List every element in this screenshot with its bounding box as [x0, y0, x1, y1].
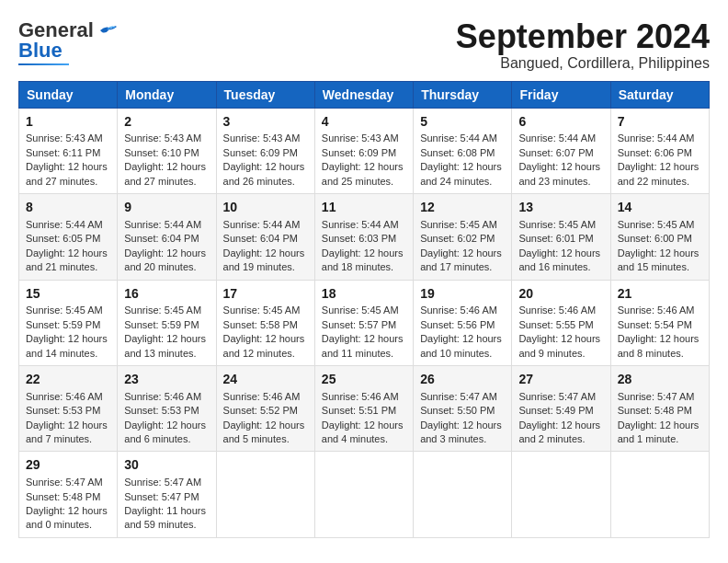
table-row: 28Sunrise: 5:47 AMSunset: 5:48 PMDayligh…: [610, 365, 709, 451]
day-number: 11: [322, 199, 406, 216]
table-row: 7Sunrise: 5:44 AMSunset: 6:06 PMDaylight…: [610, 108, 709, 193]
logo: General Blue: [18, 18, 119, 65]
day-info: Sunrise: 5:45 AMSunset: 6:00 PMDaylight:…: [618, 219, 700, 272]
day-number: 15: [26, 285, 110, 303]
calendar-week-row: 29Sunrise: 5:47 AMSunset: 5:48 PMDayligh…: [19, 452, 710, 537]
day-number: 5: [420, 113, 505, 131]
day-number: 20: [518, 285, 603, 303]
day-number: 17: [223, 285, 308, 303]
day-number: 16: [124, 285, 209, 303]
table-row: [610, 452, 709, 537]
table-row: 16Sunrise: 5:45 AMSunset: 5:59 PMDayligh…: [118, 280, 216, 365]
day-info: Sunrise: 5:43 AMSunset: 6:11 PMDaylight:…: [26, 132, 108, 186]
day-info: Sunrise: 5:43 AMSunset: 6:09 PMDaylight:…: [322, 132, 404, 186]
table-row: 3Sunrise: 5:43 AMSunset: 6:09 PMDaylight…: [216, 108, 314, 193]
day-number: 25: [322, 371, 406, 388]
table-row: 15Sunrise: 5:45 AMSunset: 5:59 PMDayligh…: [19, 280, 118, 365]
day-info: Sunrise: 5:45 AMSunset: 6:01 PMDaylight:…: [518, 219, 600, 272]
day-info: Sunrise: 5:47 AMSunset: 5:48 PMDaylight:…: [26, 477, 108, 530]
day-number: 19: [420, 285, 505, 303]
day-number: 22: [26, 371, 110, 388]
calendar-header-row: Sunday Monday Tuesday Wednesday Thursday…: [19, 81, 710, 108]
table-row: 20Sunrise: 5:46 AMSunset: 5:55 PMDayligh…: [512, 280, 610, 365]
table-row: 1Sunrise: 5:43 AMSunset: 6:11 PMDaylight…: [19, 108, 118, 193]
day-info: Sunrise: 5:45 AMSunset: 5:59 PMDaylight:…: [26, 304, 108, 358]
day-number: 10: [223, 199, 308, 216]
table-row: 25Sunrise: 5:46 AMSunset: 5:51 PMDayligh…: [314, 365, 413, 451]
day-info: Sunrise: 5:46 AMSunset: 5:54 PMDaylight:…: [618, 304, 700, 358]
day-info: Sunrise: 5:46 AMSunset: 5:52 PMDaylight:…: [223, 391, 305, 444]
col-saturday: Saturday: [610, 81, 709, 108]
day-info: Sunrise: 5:45 AMSunset: 5:58 PMDaylight:…: [223, 304, 305, 358]
day-number: 26: [420, 371, 505, 388]
day-number: 14: [618, 199, 702, 216]
day-info: Sunrise: 5:44 AMSunset: 6:03 PMDaylight:…: [322, 219, 404, 272]
col-thursday: Thursday: [414, 81, 512, 108]
calendar-week-row: 1Sunrise: 5:43 AMSunset: 6:11 PMDaylight…: [19, 108, 710, 193]
table-row: 18Sunrise: 5:45 AMSunset: 5:57 PMDayligh…: [314, 280, 413, 365]
table-row: 6Sunrise: 5:44 AMSunset: 6:07 PMDaylight…: [512, 108, 610, 193]
day-number: 8: [26, 199, 110, 216]
calendar-table: Sunday Monday Tuesday Wednesday Thursday…: [18, 81, 710, 538]
table-row: 4Sunrise: 5:43 AMSunset: 6:09 PMDaylight…: [314, 108, 413, 193]
table-row: [512, 452, 610, 537]
col-monday: Monday: [118, 81, 216, 108]
day-number: 6: [518, 113, 603, 131]
table-row: 13Sunrise: 5:45 AMSunset: 6:01 PMDayligh…: [512, 194, 610, 280]
day-number: 23: [124, 371, 209, 388]
col-wednesday: Wednesday: [314, 81, 413, 108]
calendar-week-row: 22Sunrise: 5:46 AMSunset: 5:53 PMDayligh…: [19, 365, 710, 451]
day-info: Sunrise: 5:43 AMSunset: 6:09 PMDaylight:…: [223, 132, 305, 186]
table-row: 22Sunrise: 5:46 AMSunset: 5:53 PMDayligh…: [19, 365, 118, 451]
day-info: Sunrise: 5:46 AMSunset: 5:51 PMDaylight:…: [322, 391, 404, 444]
table-row: 29Sunrise: 5:47 AMSunset: 5:48 PMDayligh…: [19, 452, 118, 537]
table-row: [314, 452, 413, 537]
table-row: 2Sunrise: 5:43 AMSunset: 6:10 PMDaylight…: [118, 108, 216, 193]
day-info: Sunrise: 5:44 AMSunset: 6:04 PMDaylight:…: [223, 219, 305, 272]
day-number: 7: [618, 113, 702, 131]
day-number: 27: [518, 371, 603, 388]
day-info: Sunrise: 5:47 AMSunset: 5:47 PMDaylight:…: [124, 477, 206, 530]
table-row: 17Sunrise: 5:45 AMSunset: 5:58 PMDayligh…: [216, 280, 314, 365]
col-sunday: Sunday: [19, 81, 118, 108]
table-row: 23Sunrise: 5:46 AMSunset: 5:53 PMDayligh…: [118, 365, 216, 451]
table-row: 24Sunrise: 5:46 AMSunset: 5:52 PMDayligh…: [216, 365, 314, 451]
day-number: 2: [124, 113, 209, 131]
month-title: September 2024: [456, 18, 710, 55]
day-number: 28: [618, 371, 702, 388]
table-row: 14Sunrise: 5:45 AMSunset: 6:00 PMDayligh…: [610, 194, 709, 280]
day-number: 21: [618, 285, 702, 303]
day-info: Sunrise: 5:47 AMSunset: 5:50 PMDaylight:…: [420, 391, 502, 444]
table-row: 19Sunrise: 5:46 AMSunset: 5:56 PMDayligh…: [414, 280, 512, 365]
day-info: Sunrise: 5:44 AMSunset: 6:07 PMDaylight:…: [518, 132, 600, 186]
day-info: Sunrise: 5:47 AMSunset: 5:48 PMDaylight:…: [618, 391, 700, 444]
table-row: 8Sunrise: 5:44 AMSunset: 6:05 PMDaylight…: [19, 194, 118, 280]
logo-bird-icon: [98, 23, 119, 38]
day-number: 18: [322, 285, 406, 303]
day-number: 29: [26, 456, 110, 474]
table-row: 21Sunrise: 5:46 AMSunset: 5:54 PMDayligh…: [610, 280, 709, 365]
day-number: 24: [223, 371, 308, 388]
table-row: 27Sunrise: 5:47 AMSunset: 5:49 PMDayligh…: [512, 365, 610, 451]
page-header: General Blue September 2024 Bangued, Cor…: [18, 18, 710, 72]
day-info: Sunrise: 5:47 AMSunset: 5:49 PMDaylight:…: [518, 391, 600, 444]
logo-underline: [18, 63, 69, 65]
day-number: 3: [223, 113, 308, 131]
location-title: Bangued, Cordillera, Philippines: [456, 55, 710, 72]
day-info: Sunrise: 5:46 AMSunset: 5:53 PMDaylight:…: [124, 391, 206, 444]
table-row: [414, 452, 512, 537]
col-friday: Friday: [512, 81, 610, 108]
table-row: 5Sunrise: 5:44 AMSunset: 6:08 PMDaylight…: [414, 108, 512, 193]
day-number: 12: [420, 199, 505, 216]
day-info: Sunrise: 5:45 AMSunset: 5:57 PMDaylight:…: [322, 304, 404, 358]
day-info: Sunrise: 5:45 AMSunset: 5:59 PMDaylight:…: [124, 304, 206, 358]
table-row: [216, 452, 314, 537]
day-info: Sunrise: 5:46 AMSunset: 5:53 PMDaylight:…: [26, 391, 108, 444]
col-tuesday: Tuesday: [216, 81, 314, 108]
day-number: 4: [322, 113, 406, 131]
table-row: 30Sunrise: 5:47 AMSunset: 5:47 PMDayligh…: [118, 452, 216, 537]
day-info: Sunrise: 5:43 AMSunset: 6:10 PMDaylight:…: [124, 132, 206, 186]
day-number: 30: [124, 456, 209, 474]
day-info: Sunrise: 5:44 AMSunset: 6:08 PMDaylight:…: [420, 132, 502, 186]
day-info: Sunrise: 5:44 AMSunset: 6:06 PMDaylight:…: [618, 132, 700, 186]
